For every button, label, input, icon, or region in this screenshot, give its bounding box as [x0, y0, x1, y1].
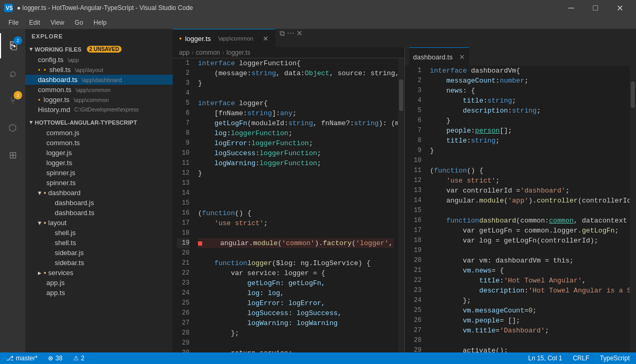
editor-tabs: ● logger.ts \app\common ✕ ⧉ ⋯ ✕	[173, 29, 636, 47]
menubar: File Edit View Go Help	[0, 16, 636, 29]
file-common-js[interactable]: common.js	[25, 128, 173, 138]
r-line-8: title: string;	[430, 136, 626, 146]
right-editor-pane: dashboard.ts ✕ 123 456 789 101112 131415…	[405, 47, 637, 352]
r-line-7: people: person[];	[430, 126, 626, 136]
file-app-ts[interactable]: app.ts	[25, 288, 173, 298]
project-label: HOTTOWEL-ANGULAR-TYPESCRIPT	[35, 119, 137, 126]
menu-file[interactable]: File	[4, 18, 23, 27]
activity-debug[interactable]: ⬡	[0, 115, 25, 140]
sidebar: EXPLORE ▾ WORKING FILES 2 UNSAVED config…	[25, 29, 173, 352]
git-branch-item[interactable]: ⎇ master*	[4, 355, 39, 362]
close-editor-button[interactable]: ✕	[296, 29, 303, 47]
errors-item[interactable]: ⊗ 38	[46, 355, 64, 362]
r-line-26: vm.people = [];	[430, 316, 626, 326]
activity-git[interactable]: ⑂ 2	[0, 88, 25, 113]
more-actions-button[interactable]: ⋯	[287, 29, 294, 47]
working-file-config[interactable]: config.ts \app	[25, 55, 173, 65]
logger-modified-dot: ●	[38, 97, 41, 102]
file-shell-ts[interactable]: shell.ts	[25, 238, 173, 248]
logger-tab-path: \app\common	[218, 35, 254, 42]
file-spinner-ts[interactable]: spinner.ts	[25, 178, 173, 188]
maximize-button[interactable]: □	[583, 0, 608, 16]
working-file-history[interactable]: History.md C:\GitDevelopment\express	[25, 105, 173, 115]
r-line-23: description: 'Hot Towel Angular is a S	[430, 286, 626, 296]
statusbar-right: Ln 15, Col 1 CRLF TypeScript	[526, 355, 632, 362]
file-dashboard-ts[interactable]: dashboard.ts	[25, 208, 173, 218]
file-sidebar-js[interactable]: sidebar.js	[25, 248, 173, 258]
menu-view[interactable]: View	[46, 18, 68, 27]
activity-search[interactable]: ⌕	[0, 60, 25, 86]
right-code-content[interactable]: 123 456 789 101112 131415 161718 192021 …	[405, 66, 637, 352]
r-line-25: vm.messageCount = 0;	[430, 306, 626, 316]
minimize-button[interactable]: ─	[559, 0, 583, 16]
r-line-29: activate();	[430, 346, 626, 352]
split-editor-button[interactable]: ⧉	[280, 29, 285, 47]
code-line-13	[198, 178, 394, 188]
working-file-logger[interactable]: ● logger.ts \app\common	[25, 95, 173, 105]
project-header[interactable]: ▾ HOTTOWEL-ANGULAR-TYPESCRIPT	[25, 117, 173, 128]
r-line-17: var getLogFn = common.logger.getLogFn;	[430, 226, 626, 236]
titlebar-left: VS ● logger.ts - HotTowel-Angular-TypeSc…	[4, 4, 193, 12]
files-badge: 2	[14, 36, 22, 45]
code-line-2: (message: string, data: Object, source: …	[198, 68, 394, 78]
folder-layout[interactable]: ▾ ▪ layout	[25, 218, 173, 228]
logger-tab-close[interactable]: ✕	[263, 35, 269, 43]
file-app-js[interactable]: app.js	[25, 278, 173, 288]
r-line-24: };	[430, 296, 626, 306]
close-button[interactable]: ✕	[608, 0, 632, 16]
activity-files[interactable]: ⎘ 2	[0, 33, 25, 58]
code-line-26: logSuccess: logSuccess,	[198, 308, 394, 318]
code-line-20	[198, 248, 394, 258]
left-code-content[interactable]: 123 456 789 101112 131415 161718 19 2021…	[173, 58, 404, 352]
tab-logger-ts[interactable]: ● logger.ts \app\common ✕	[173, 29, 275, 47]
logger-tab-dot: ●	[179, 36, 182, 41]
file-common-ts[interactable]: common.ts	[25, 138, 173, 148]
left-code-editor: app › common › logger.ts 123 456 789 101…	[173, 47, 404, 352]
warnings-label: 2	[81, 355, 85, 362]
logger-ts-label: logger.ts	[44, 96, 69, 104]
folder-services[interactable]: ▸ ▪ services	[25, 268, 173, 278]
code-line-6: [fnName: string]: any;	[198, 108, 394, 118]
working-file-shell[interactable]: ● shell.ts \app\layout	[25, 65, 173, 75]
warnings-item[interactable]: ⚠ 2	[71, 355, 87, 362]
line-ending-label: CRLF	[573, 355, 589, 362]
code-line-19: angular.module('common').factory('logger…	[198, 238, 394, 248]
file-spinner-js[interactable]: spinner.js	[25, 168, 173, 178]
r-line-9: }	[430, 146, 626, 156]
working-files-header[interactable]: ▾ WORKING FILES 2 UNSAVED	[25, 44, 173, 55]
file-logger-ts[interactable]: logger.ts	[25, 158, 173, 168]
file-logger-js[interactable]: logger.js	[25, 148, 173, 158]
r-line-5: description: string;	[430, 106, 626, 116]
statusbar-left: ⎇ master* ⊗ 38 ⚠ 2	[4, 355, 86, 362]
menu-edit[interactable]: Edit	[25, 18, 44, 27]
folder-dashboard[interactable]: ▾ ▪ dashboard	[25, 188, 173, 198]
activity-extensions[interactable]: ⊞	[0, 143, 25, 168]
warnings-icon: ⚠	[73, 355, 79, 362]
cursor-position-item[interactable]: Ln 15, Col 1	[526, 355, 564, 362]
left-code-lines: interface loggerFunction { (message: str…	[194, 58, 398, 352]
r-line-19	[430, 246, 626, 256]
sidebar-title: EXPLORE	[25, 29, 173, 44]
working-file-dashboard[interactable]: dashboard.ts \app\dashboard	[25, 75, 173, 85]
dashboard-tab-close[interactable]: ✕	[459, 53, 465, 61]
code-line-28: };	[198, 328, 394, 338]
menu-go[interactable]: Go	[71, 18, 87, 27]
file-sidebar-ts[interactable]: sidebar.ts	[25, 258, 173, 268]
file-shell-js[interactable]: shell.js	[25, 228, 173, 238]
line-ending-item[interactable]: CRLF	[571, 355, 591, 362]
r-line-21: vm.news = {	[430, 266, 626, 276]
code-line-8: log: loggerFunction;	[198, 128, 394, 138]
dashboard-tab-label: dashboard.ts	[413, 53, 453, 61]
file-dashboard-js[interactable]: dashboard.js	[25, 198, 173, 208]
working-file-common[interactable]: common.ts \app\common	[25, 85, 173, 95]
git-branch-icon: ⎇	[6, 355, 14, 362]
common-ts-label: common.ts	[38, 86, 72, 94]
code-line-27: logWarning: logWarning	[198, 318, 394, 328]
git-branch-label: master*	[16, 355, 37, 362]
code-line-5: interface logger {	[198, 98, 394, 108]
menu-help[interactable]: Help	[90, 18, 111, 27]
code-line-14	[198, 188, 394, 198]
code-line-10: logSuccess: loggerFunction;	[198, 148, 394, 158]
language-item[interactable]: TypeScript	[598, 355, 632, 362]
code-line-16: (function () {	[198, 208, 394, 218]
